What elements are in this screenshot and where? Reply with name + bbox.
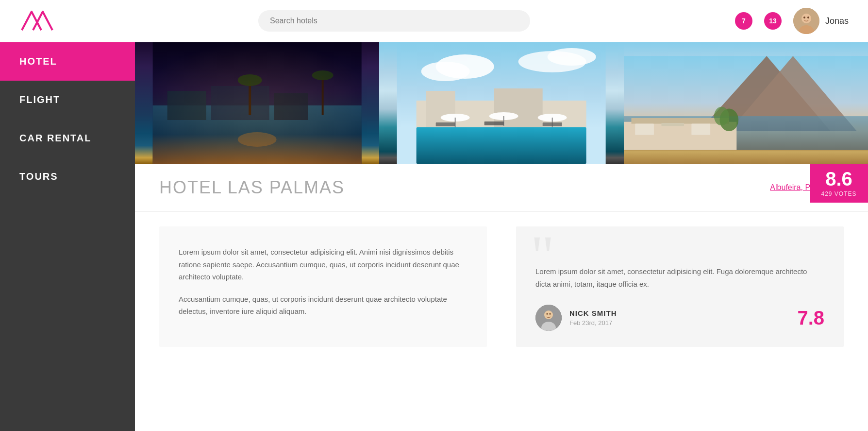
svg-point-46 [544,310,553,319]
svg-rect-40 [635,124,654,135]
search-input[interactable] [258,10,530,32]
hotel-photo-2 [379,42,623,164]
sidebar: HOTEL FLIGHT CAR RENTAL TOURS [0,42,135,431]
svg-point-1 [801,14,811,23]
main-layout: HOTEL FLIGHT CAR RENTAL TOURS [0,42,868,431]
svg-rect-41 [661,123,684,126]
svg-rect-32 [484,121,504,125]
rating-votes: 429 VOTES [821,190,856,197]
avatar [793,8,819,34]
svg-point-48 [547,313,548,315]
description-left: Lorem ipsum dolor sit amet, consectetur … [159,226,487,347]
svg-point-49 [550,313,551,315]
svg-point-3 [803,17,805,18]
hotel-name: HOTEL LAS PALMAS [159,177,770,198]
svg-point-18 [436,54,494,79]
main-content: HOTEL LAS PALMAS Albufeira, Portugal 8.6… [135,42,868,431]
description-section: Lorem ipsum dolor sit amet, consectetur … [135,212,868,362]
notification-count-1: 7 [735,12,752,30]
username-label: Jonas [825,16,849,26]
svg-rect-33 [543,122,562,126]
hotel-title-bar: HOTEL LAS PALMAS Albufeira, Portugal 8.6… [135,164,868,212]
reviewer-name: NICK SMITH [569,309,789,317]
svg-point-20 [548,48,596,66]
sidebar-item-hotel[interactable]: HOTEL [0,42,135,81]
sidebar-item-flight[interactable]: FLIGHT [0,81,135,119]
sidebar-item-car-rental[interactable]: CAR RENTAL [0,119,135,157]
search-bar-container [53,10,735,32]
notification-badge-2[interactable]: 13 [764,12,782,30]
svg-point-44 [714,107,729,126]
hotel-photo-1 [135,42,379,164]
photo-strip [135,42,868,164]
svg-rect-15 [153,42,362,164]
reviewer-avatar [535,305,562,331]
reviewer-date: Feb 23rd, 2017 [569,319,789,327]
svg-rect-30 [417,127,586,164]
description-text-2: Accusantium cumque, quas, ut corporis in… [179,293,467,318]
sidebar-item-tours[interactable]: TOURS [0,157,135,196]
rating-box: 8.6 429 VOTES [810,164,868,203]
logo[interactable] [19,7,53,35]
rating-score: 8.6 [825,169,852,189]
header-right: 7 13 Jonas [735,8,849,34]
hotel-photo-3 [624,42,868,164]
notification-count-2: 13 [764,12,782,30]
review-text: Lorem ipsum dolor sit amet, consectetur … [535,246,824,290]
notification-badge-1[interactable]: 7 [735,12,752,30]
user-profile[interactable]: Jonas [793,8,849,34]
description-text-1: Lorem ipsum dolor sit amet, consectetur … [179,246,467,283]
svg-rect-31 [436,122,455,126]
description-right: " Lorem ipsum dolor sit amet, consectetu… [516,226,844,347]
review-score: 7.8 [797,307,824,329]
header: 7 13 Jonas [0,0,868,42]
reviewer-info: NICK SMITH Feb 23rd, 2017 [569,309,789,327]
svg-point-4 [807,17,809,18]
reviewer: NICK SMITH Feb 23rd, 2017 7.8 [535,305,824,331]
svg-rect-42 [691,124,710,135]
